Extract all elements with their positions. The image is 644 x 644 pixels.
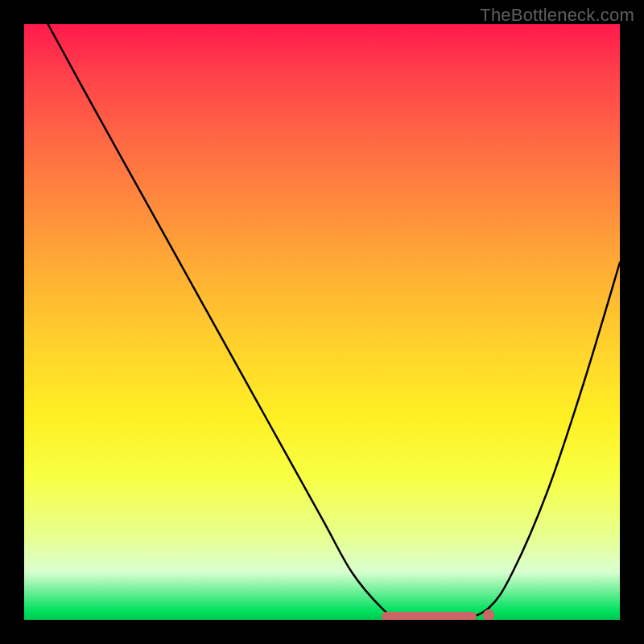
watermark-text: TheBottleneck.com (480, 5, 634, 26)
bottleneck-curve (24, 24, 620, 620)
plot-area (24, 24, 620, 620)
chart-frame: TheBottleneck.com (0, 0, 644, 644)
sweet-spot-band (382, 612, 477, 620)
sweet-spot-dot (483, 609, 494, 620)
